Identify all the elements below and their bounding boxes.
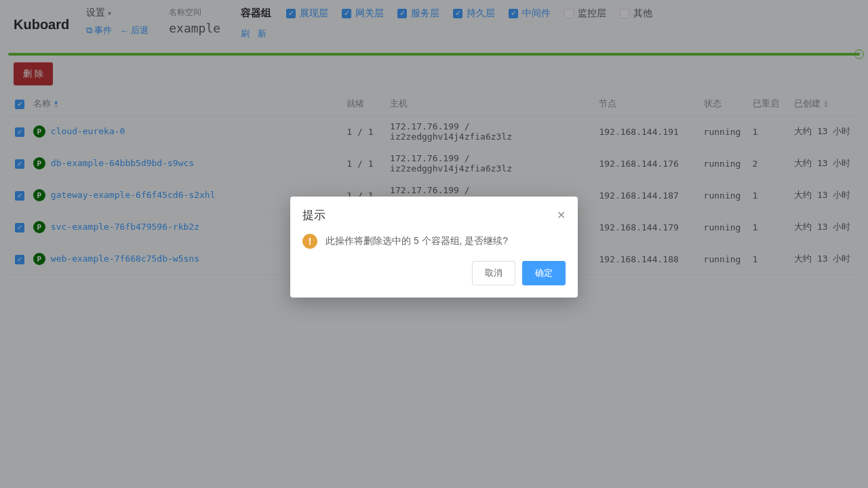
cancel-button[interactable]: 取消 [472,261,515,285]
dialog-title: 提示 [302,207,326,223]
warning-icon: ! [302,234,317,249]
dialog-message: 此操作将删除选中的 5 个容器组, 是否继续? [326,235,508,247]
confirm-button[interactable]: 确定 [522,261,566,285]
close-icon[interactable]: ✕ [557,209,566,222]
confirm-dialog: 提示 ✕ ! 此操作将删除选中的 5 个容器组, 是否继续? 取消 确定 [290,197,578,298]
